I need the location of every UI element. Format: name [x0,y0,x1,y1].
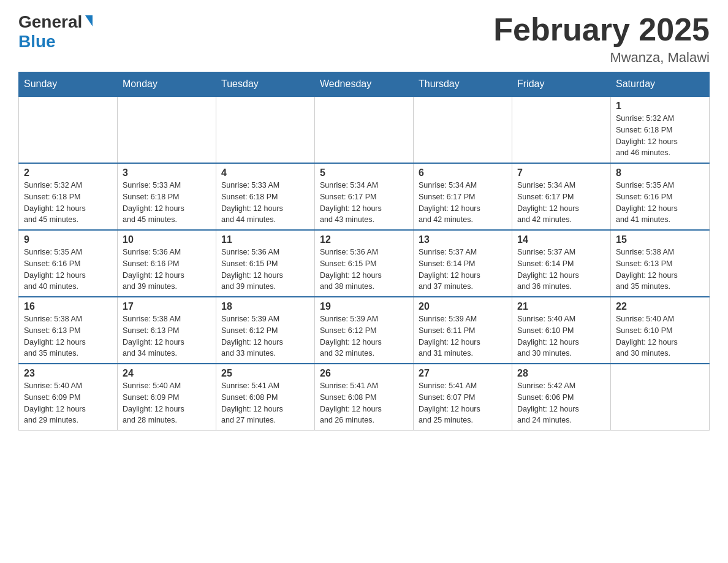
calendar-cell: 1Sunrise: 5:32 AM Sunset: 6:18 PM Daylig… [611,96,710,163]
day-number: 2 [24,167,112,178]
day-number: 5 [320,167,408,178]
calendar-cell: 24Sunrise: 5:40 AM Sunset: 6:09 PM Dayli… [118,364,216,431]
day-info: Sunrise: 5:38 AM Sunset: 6:13 PM Dayligh… [616,247,704,293]
calendar-cell: 2Sunrise: 5:32 AM Sunset: 6:18 PM Daylig… [19,163,118,230]
day-header-thursday: Thursday [414,72,512,97]
calendar-cell: 4Sunrise: 5:33 AM Sunset: 6:18 PM Daylig… [216,163,315,230]
calendar-cell [118,96,216,163]
day-header-tuesday: Tuesday [216,72,315,97]
day-info: Sunrise: 5:40 AM Sunset: 6:09 PM Dayligh… [24,380,112,426]
calendar-cell: 9Sunrise: 5:35 AM Sunset: 6:16 PM Daylig… [19,230,118,297]
day-info: Sunrise: 5:35 AM Sunset: 6:16 PM Dayligh… [24,247,112,293]
day-number: 16 [24,301,112,312]
day-info: Sunrise: 5:34 AM Sunset: 6:17 PM Dayligh… [320,180,408,226]
day-info: Sunrise: 5:39 AM Sunset: 6:12 PM Dayligh… [320,313,408,359]
calendar-cell: 26Sunrise: 5:41 AM Sunset: 6:08 PM Dayli… [315,364,414,431]
calendar-cell: 13Sunrise: 5:37 AM Sunset: 6:14 PM Dayli… [414,230,512,297]
day-number: 3 [123,167,211,178]
logo-general: General [18,12,82,32]
calendar-cell: 10Sunrise: 5:36 AM Sunset: 6:16 PM Dayli… [118,230,216,297]
calendar-week-row: 1Sunrise: 5:32 AM Sunset: 6:18 PM Daylig… [19,96,710,163]
day-number: 28 [517,368,605,379]
day-number: 24 [123,368,211,379]
calendar-cell: 5Sunrise: 5:34 AM Sunset: 6:17 PM Daylig… [315,163,414,230]
day-number: 21 [517,301,605,312]
day-number: 8 [616,167,704,178]
day-header-saturday: Saturday [611,72,710,97]
day-number: 7 [517,167,605,178]
day-number: 12 [320,234,408,245]
day-info: Sunrise: 5:38 AM Sunset: 6:13 PM Dayligh… [24,313,112,359]
title-section: February 2025 Mwanza, Malawi [493,12,710,66]
calendar-cell [19,96,118,163]
day-info: Sunrise: 5:32 AM Sunset: 6:18 PM Dayligh… [616,113,704,159]
day-info: Sunrise: 5:35 AM Sunset: 6:16 PM Dayligh… [616,180,704,226]
logo-triangle-icon [85,15,93,26]
day-number: 10 [123,234,211,245]
calendar-cell: 18Sunrise: 5:39 AM Sunset: 6:12 PM Dayli… [216,297,315,364]
day-number: 19 [320,301,408,312]
day-info: Sunrise: 5:41 AM Sunset: 6:08 PM Dayligh… [320,380,408,426]
day-number: 27 [419,368,507,379]
day-info: Sunrise: 5:32 AM Sunset: 6:18 PM Dayligh… [24,180,112,226]
calendar-cell: 16Sunrise: 5:38 AM Sunset: 6:13 PM Dayli… [19,297,118,364]
day-number: 13 [419,234,507,245]
day-number: 18 [221,301,309,312]
calendar-cell: 25Sunrise: 5:41 AM Sunset: 6:08 PM Dayli… [216,364,315,431]
day-number: 15 [616,234,704,245]
day-info: Sunrise: 5:42 AM Sunset: 6:06 PM Dayligh… [517,380,605,426]
calendar-table: SundayMondayTuesdayWednesdayThursdayFrid… [18,72,710,431]
day-info: Sunrise: 5:34 AM Sunset: 6:17 PM Dayligh… [517,180,605,226]
calendar-cell [611,364,710,431]
day-info: Sunrise: 5:38 AM Sunset: 6:13 PM Dayligh… [123,313,211,359]
day-info: Sunrise: 5:37 AM Sunset: 6:14 PM Dayligh… [517,247,605,293]
calendar-week-row: 9Sunrise: 5:35 AM Sunset: 6:16 PM Daylig… [19,230,710,297]
day-number: 17 [123,301,211,312]
day-number: 20 [419,301,507,312]
day-info: Sunrise: 5:40 AM Sunset: 6:10 PM Dayligh… [517,313,605,359]
location: Mwanza, Malawi [493,50,710,66]
calendar-week-row: 2Sunrise: 5:32 AM Sunset: 6:18 PM Daylig… [19,163,710,230]
calendar-cell: 27Sunrise: 5:41 AM Sunset: 6:07 PM Dayli… [414,364,512,431]
logo: General Blue [18,12,93,52]
calendar-cell: 14Sunrise: 5:37 AM Sunset: 6:14 PM Dayli… [512,230,611,297]
day-info: Sunrise: 5:36 AM Sunset: 6:16 PM Dayligh… [123,247,211,293]
day-info: Sunrise: 5:33 AM Sunset: 6:18 PM Dayligh… [123,180,211,226]
day-info: Sunrise: 5:40 AM Sunset: 6:09 PM Dayligh… [123,380,211,426]
calendar-cell [315,96,414,163]
calendar-cell: 17Sunrise: 5:38 AM Sunset: 6:13 PM Dayli… [118,297,216,364]
calendar-header-row: SundayMondayTuesdayWednesdayThursdayFrid… [19,72,710,97]
day-info: Sunrise: 5:34 AM Sunset: 6:17 PM Dayligh… [419,180,507,226]
day-number: 22 [616,301,704,312]
calendar-cell: 12Sunrise: 5:36 AM Sunset: 6:15 PM Dayli… [315,230,414,297]
day-header-wednesday: Wednesday [315,72,414,97]
day-number: 6 [419,167,507,178]
day-info: Sunrise: 5:41 AM Sunset: 6:08 PM Dayligh… [221,380,309,426]
page-header: General Blue February 2025 Mwanza, Malaw… [18,12,710,66]
calendar-cell: 20Sunrise: 5:39 AM Sunset: 6:11 PM Dayli… [414,297,512,364]
calendar-week-row: 23Sunrise: 5:40 AM Sunset: 6:09 PM Dayli… [19,364,710,431]
day-info: Sunrise: 5:39 AM Sunset: 6:12 PM Dayligh… [221,313,309,359]
day-info: Sunrise: 5:39 AM Sunset: 6:11 PM Dayligh… [419,313,507,359]
calendar-cell [414,96,512,163]
day-info: Sunrise: 5:37 AM Sunset: 6:14 PM Dayligh… [419,247,507,293]
calendar-cell: 6Sunrise: 5:34 AM Sunset: 6:17 PM Daylig… [414,163,512,230]
day-info: Sunrise: 5:36 AM Sunset: 6:15 PM Dayligh… [320,247,408,293]
day-info: Sunrise: 5:40 AM Sunset: 6:10 PM Dayligh… [616,313,704,359]
calendar-cell: 23Sunrise: 5:40 AM Sunset: 6:09 PM Dayli… [19,364,118,431]
calendar-cell: 8Sunrise: 5:35 AM Sunset: 6:16 PM Daylig… [611,163,710,230]
calendar-cell: 7Sunrise: 5:34 AM Sunset: 6:17 PM Daylig… [512,163,611,230]
day-number: 23 [24,368,112,379]
month-title: February 2025 [493,12,710,47]
day-number: 9 [24,234,112,245]
day-number: 1 [616,101,704,112]
calendar-cell [512,96,611,163]
day-info: Sunrise: 5:36 AM Sunset: 6:15 PM Dayligh… [221,247,309,293]
day-info: Sunrise: 5:33 AM Sunset: 6:18 PM Dayligh… [221,180,309,226]
day-header-friday: Friday [512,72,611,97]
calendar-week-row: 16Sunrise: 5:38 AM Sunset: 6:13 PM Dayli… [19,297,710,364]
day-number: 4 [221,167,309,178]
calendar-cell: 11Sunrise: 5:36 AM Sunset: 6:15 PM Dayli… [216,230,315,297]
day-header-sunday: Sunday [19,72,118,97]
calendar-cell [216,96,315,163]
